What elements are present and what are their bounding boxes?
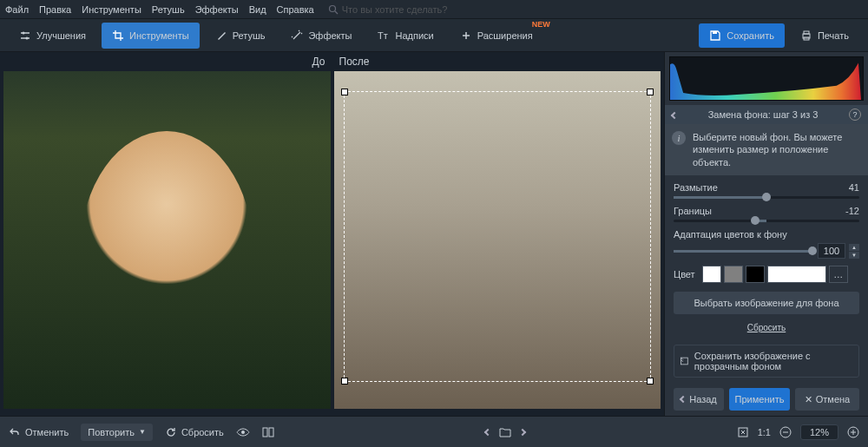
border-slider[interactable] [674,220,859,222]
swatch-white[interactable] [702,266,721,283]
before-label: До [0,52,332,71]
spin-down[interactable]: ▼ [849,252,859,259]
border-label: Границы [674,206,712,216]
print-icon [800,30,812,42]
swatch-custom[interactable] [767,266,826,283]
undo-icon [9,426,21,438]
zoom-in-button[interactable] [847,426,859,438]
adapt-input[interactable] [818,243,845,259]
menu-retouch[interactable]: Ретушь [152,4,185,15]
canvas-area: До После [0,52,664,416]
blur-slider[interactable] [674,196,859,199]
menu-file[interactable]: Файл [5,4,29,15]
adapt-spinner[interactable]: ▲▼ [818,243,859,259]
menu-edit[interactable]: Правка [39,4,71,15]
tab-text-label: Надписи [395,30,433,41]
redo-button[interactable]: Повторить ▼ [81,424,153,441]
minus-icon [779,426,792,438]
sliders-icon [19,30,31,42]
info-icon: i [672,131,686,145]
adapt-label: Адаптация цветов к фону [674,229,787,240]
menu-view[interactable]: Вид [249,4,266,15]
svg-rect-11 [263,428,267,437]
print-label: Печать [818,30,849,41]
wand-icon [291,30,303,42]
save-transparent-icon [680,355,689,367]
next-image-button[interactable] [520,430,525,435]
prev-image-button[interactable] [485,430,490,435]
help-icon[interactable]: ? [849,108,861,121]
compare-button[interactable] [262,426,274,438]
save-button[interactable]: Сохранить [699,23,785,48]
choose-bg-button[interactable]: Выбрать изображение для фона [674,292,859,314]
panel-actions: Назад Применить ✕Отмена [665,383,868,416]
save-label: Сохранить [727,30,774,41]
save-transparent-label: Сохранить изображение с прозрачным фоном [694,351,853,371]
svg-line-1 [335,11,338,14]
fit-icon [737,426,749,438]
sidebar: Замена фона: шаг 3 из 3 ? i Выберите нов… [664,52,868,416]
undo-button[interactable]: Отменить [9,426,69,438]
canvas-after[interactable] [334,71,661,409]
info-box: i Выберите новый фон. Вы можете изменить… [665,124,868,175]
swatch-gray[interactable] [724,266,743,283]
tab-retouch[interactable]: Ретушь [205,23,276,49]
browse-button[interactable] [499,427,511,437]
global-search[interactable] [328,4,481,15]
swatch-black[interactable] [746,266,765,283]
plus-icon [460,30,472,42]
preview-button[interactable] [236,426,250,438]
reset-button[interactable]: Сбросить [165,426,224,438]
handle-ne[interactable] [647,89,654,95]
panel-header: Замена фона: шаг 3 из 3 ? [665,105,868,124]
tab-text[interactable]: Tт Надписи [367,23,444,49]
tab-extensions[interactable]: Расширения NEW [450,23,543,49]
reset-icon [165,426,177,438]
svg-rect-12 [269,428,273,437]
histogram [669,56,864,101]
toolbar: Улучшения Инструменты Ретушь Эффекты Tт … [0,19,868,52]
svg-point-10 [241,431,245,434]
swatch-more[interactable]: … [829,266,848,283]
search-input[interactable] [342,4,481,15]
handle-sw[interactable] [341,378,348,385]
folder-icon [499,427,511,437]
zoom-out-button[interactable] [779,426,792,438]
close-icon: ✕ [805,394,812,405]
adapt-slider[interactable] [674,250,812,253]
compare-icon [262,426,274,438]
menu-tools[interactable]: Инструменты [82,4,141,15]
tab-effects[interactable]: Эффекты [280,23,362,49]
tab-tools[interactable]: Инструменты [102,23,200,49]
info-text: Выберите новый фон. Вы можете изменить р… [693,131,861,168]
panel-title: Замена фона: шаг 3 из 3 [684,109,842,120]
panel-back-icon[interactable] [672,109,677,120]
spin-up[interactable]: ▲ [849,244,859,251]
reset-label: Сбросить [181,427,224,437]
back-label: Назад [689,394,717,404]
tab-extensions-label: Расширения [477,30,533,41]
new-tag: NEW [532,20,550,29]
selection-box[interactable] [344,91,651,382]
tab-enhance[interactable]: Улучшения [9,23,96,49]
handle-nw[interactable] [341,89,348,95]
save-transparent-button[interactable]: Сохранить изображение с прозрачным фоном [674,345,859,378]
fit-button[interactable] [737,426,749,438]
border-control: Границы-12 [674,206,859,222]
tab-enhance-label: Улучшения [36,30,86,41]
handle-se[interactable] [647,378,654,385]
cancel-button[interactable]: ✕Отмена [795,388,859,411]
actual-size-button[interactable]: 1:1 [758,427,771,437]
svg-point-0 [329,5,335,11]
cancel-label: Отмена [816,394,850,404]
zoom-value[interactable]: 12% [800,424,838,440]
text-icon: Tт [378,30,390,42]
apply-button[interactable]: Применить [729,388,790,411]
menu-help[interactable]: Справка [277,4,314,15]
print-button[interactable]: Печать [790,23,859,48]
back-button[interactable]: Назад [674,388,724,411]
reset-link[interactable]: Сбросить [674,323,859,332]
canvas-before[interactable] [3,71,331,409]
menu-effects[interactable]: Эффекты [195,4,239,15]
blur-label: Размытие [674,182,718,193]
